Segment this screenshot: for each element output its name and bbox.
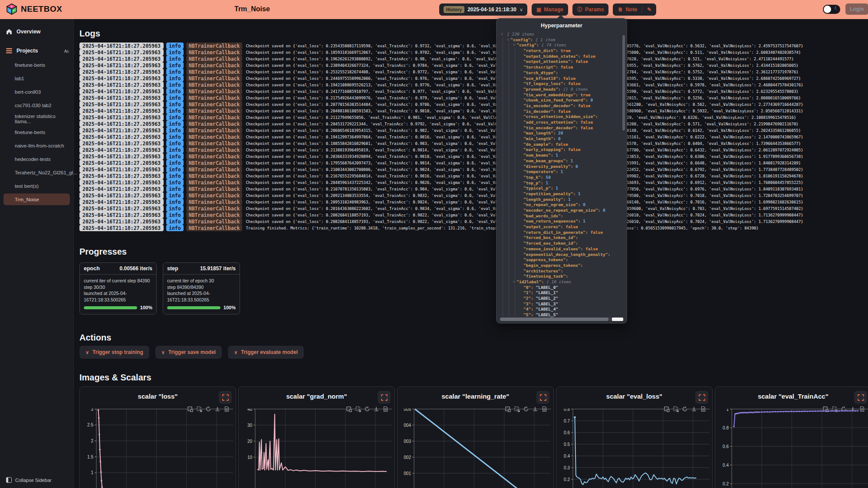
hyperparameter-tree-row[interactable]: "typical_p": 1 (501, 186, 621, 191)
hyperparameter-tree-row[interactable]: "1": "LABEL_1" (501, 290, 621, 296)
popup-vertical-scrollbar[interactable] (622, 35, 625, 131)
hscroll-thumb[interactable] (500, 318, 608, 321)
hyperparameter-tree-row[interactable]: "return_dict": true (501, 48, 621, 54)
hyperparameter-tree-row[interactable]: "cross_attention_hidden_size": (501, 114, 621, 120)
hyperparameter-tree-row[interactable]: "torch_dtype": (501, 70, 621, 76)
hyperparameter-tree-row[interactable]: "output_scores": false (501, 224, 621, 230)
manage-button[interactable]: ▣ Manage (532, 3, 568, 16)
popup-horizontal-scrollbar[interactable] (500, 318, 623, 321)
tree-collapse-icon[interactable]: ˅ (507, 37, 509, 42)
tree-key: "add_cross_attention": (523, 120, 578, 124)
expand-chart-button[interactable] (378, 391, 391, 404)
sidebar-project-item[interactable]: tokenizer statistics llama... (3, 113, 70, 124)
sidebar-project-item[interactable]: lab1 (3, 72, 70, 84)
hyperparameter-tree-row[interactable]: "output_hidden_states": false (501, 54, 621, 59)
log-timestamp-badge: 2025-04-16T21:18:27.205963 (79, 140, 164, 147)
hyperparameter-tree-row[interactable]: "chunk_size_feed_forward": 0 (501, 98, 621, 103)
hyperparameter-tree-row[interactable]: "forced_bos_token_id": (501, 235, 621, 241)
trigger-action-button[interactable]: ∨Trigger save model (155, 346, 222, 359)
hyperparameter-tree-row[interactable]: "architectures": (501, 269, 621, 274)
hyperparameter-tree-row[interactable]: "pruned_heads": {} 0 items (501, 87, 621, 92)
hyperparameter-tree-row[interactable]: "is_decoder": false (501, 109, 621, 115)
chart-plot[interactable]: 10.80.60.40.2 (719, 409, 868, 488)
hyperparameter-tree-row[interactable]: "remove_invalid_values": false (501, 246, 621, 252)
hyperparameter-tree-row[interactable]: ˅"config": { 1 item (501, 37, 621, 43)
expand-chart-button[interactable] (536, 391, 549, 404)
hyperparameter-tree-row[interactable]: ˅ { 130 items (501, 32, 621, 37)
hyperparameter-tree-row[interactable]: "max_length": 20 (501, 131, 621, 136)
sidebar-item-projects[interactable]: Projects ∧ (0, 45, 73, 56)
hyperparameter-tree-row[interactable]: "repetition_penalty": 1 (501, 191, 621, 197)
expand-chart-button[interactable] (854, 391, 867, 404)
tree-value: "LABEL_2" (533, 296, 558, 301)
sidebar-project-item[interactable]: naive-llm-from-scratch (3, 140, 70, 151)
hyperparameter-tree-row[interactable]: "exponential_decay_length_penalty": (501, 252, 621, 258)
hyperparameter-tree-row[interactable]: "length_penalty": 1 (501, 197, 621, 203)
hyperparameter-tree-row[interactable]: "finetuning_task": (501, 274, 621, 279)
sidebar-project-item[interactable]: hedecoder-tests (3, 153, 70, 165)
hyperparameter-tree-row[interactable]: "use_bfloat16": false (501, 76, 621, 82)
chart-plot[interactable]: 40302010 (242, 409, 392, 488)
chart-plot[interactable]: 005004003002001 (401, 409, 551, 488)
hyperparameter-tree-row[interactable]: "torchscript": false (501, 65, 621, 70)
hyperparameter-tree-row[interactable]: "num_return_sequences": 1 (501, 219, 621, 224)
hyperparameter-tree-row[interactable]: "num_beam_groups": 1 (501, 158, 621, 164)
chart-plot[interactable]: 32.521.51 (83, 409, 233, 488)
tree-collapse-icon[interactable]: ˅ (513, 43, 515, 47)
sidebar-item-overview[interactable]: Overview (0, 26, 73, 37)
chart-title: scalar "loss" (80, 393, 236, 400)
tree-key: "return_dict": (523, 48, 558, 53)
hyperparameter-tree-row[interactable]: "diversity_penalty": 0 (501, 164, 621, 170)
hyperparameter-tree-row[interactable]: ˅"config": { 74 items (501, 43, 621, 48)
expand-chart-button[interactable] (219, 391, 232, 404)
tree-collapse-icon[interactable]: ˅ (513, 279, 515, 284)
hyperparameter-tree-row[interactable]: "5": "LABEL_5" (501, 312, 621, 317)
hyperparameter-tree-row[interactable]: "tie_word_embeddings": true (501, 92, 621, 98)
hyperparameter-tree-row[interactable]: "bad_words_ids": (501, 213, 621, 219)
hyperparameter-tree-row[interactable]: "is_encoder_decoder": false (501, 103, 621, 109)
hyperparameter-tree-row[interactable]: "no_repeat_ngram_size": 0 (501, 202, 621, 208)
collapse-logs-chevron[interactable]: ∧ (66, 49, 69, 54)
chart-plot[interactable]: 0.80.70.60.50.40.30.2 (560, 409, 710, 488)
hyperparameter-tree-row[interactable]: "suppress_tokens": (501, 257, 621, 263)
hyperparameter-tree-row[interactable]: "4": "LABEL_4" (501, 307, 621, 312)
hyperparameter-tree-row[interactable]: "begin_suppress_tokens": (501, 263, 621, 269)
theme-toggle[interactable]: ☾ (823, 5, 840, 14)
expand-chart-button[interactable] (695, 391, 708, 404)
hyperparameter-tree-row[interactable]: "min_length": 0 (501, 136, 621, 142)
collapse-sidebar-button[interactable]: Collapse Sidebar (0, 477, 74, 483)
trigger-action-button[interactable]: ∨Trigger stop training (79, 346, 149, 359)
params-button[interactable]: ⓘ Params (572, 3, 608, 16)
hyperparameter-tree-row[interactable]: "forced_eos_token_id": (501, 241, 621, 246)
login-button[interactable]: Login (845, 3, 868, 15)
sidebar-project-item[interactable]: finetune-berts (3, 126, 70, 138)
note-button[interactable]: 🗎 Note (613, 3, 642, 16)
tree-collapse-icon[interactable]: ˅ (501, 32, 503, 36)
sidebar-project-item[interactable]: bert-conll03 (3, 86, 70, 98)
hyperparameter-tree-row[interactable]: "3": "LABEL_3" (501, 301, 621, 307)
hyperparameter-tree-row[interactable]: "output_attentions": false (501, 59, 621, 65)
edit-note-button[interactable]: ✎ (642, 3, 656, 16)
hyperparameter-tree-row[interactable]: "top_p": 1 (501, 180, 621, 186)
hyperparameter-tree-row[interactable]: "top_k": 50 (501, 175, 621, 180)
sidebar-project-item[interactable]: csc791-030 lab2 (3, 99, 70, 111)
hyperparameter-tree-row[interactable]: "add_cross_attention": false (501, 120, 621, 125)
sidebar-project-item[interactable]: finetune-berts (3, 59, 70, 71)
sidebar-project-item[interactable]: Terahertz_No22_Gl261_gl... (3, 167, 70, 178)
hyperparameter-tree-row[interactable]: "2": "LABEL_2" (501, 296, 621, 301)
hyperparameter-tree-row[interactable]: ˅"id2label": { 10 items (501, 279, 621, 285)
trigger-action-button[interactable]: ∨Trigger evaluate model (228, 346, 304, 359)
hyperparameter-tree-row[interactable]: "temperature": 1 (501, 169, 621, 175)
hyperparameter-tree-row[interactable]: "0": "LABEL_0" (501, 285, 621, 291)
log-level-badge: info (166, 88, 184, 95)
hyperparameter-tree-row[interactable]: "early_stopping": false (501, 147, 621, 153)
hyperparameter-tree-row[interactable]: "return_dict_in_generate": false (501, 230, 621, 236)
hyperparameter-tree-row[interactable]: "num_beams": 1 (501, 153, 621, 158)
hyperparameter-tree-row[interactable]: "encoder_no_repeat_ngram_size": 0 (501, 208, 621, 213)
hyperparameter-tree-row[interactable]: "do_sample": false (501, 142, 621, 147)
hyperparameter-tree-row[interactable]: "tie_encoder_decoder": false (501, 125, 621, 131)
history-dropdown[interactable]: History 2025-04-16 21:18:30 ∨ (439, 3, 527, 16)
hyperparameter-tree-row[interactable]: "tf_legacy_loss": false (501, 81, 621, 87)
sidebar-project-item[interactable]: Trm_Noise (3, 193, 70, 205)
sidebar-project-item[interactable]: test bert(s) (3, 180, 70, 192)
